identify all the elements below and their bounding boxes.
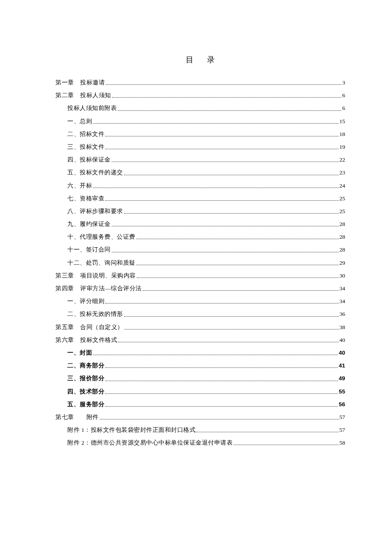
toc-entry-label: 五、服务部分 — [67, 401, 104, 408]
toc-leader-dots — [124, 213, 339, 214]
toc-entry-page: 38 — [340, 324, 346, 331]
toc-entry-page: 57 — [340, 414, 346, 421]
toc-entry-label: 四、投标保证金 — [67, 156, 111, 163]
toc-entry-label: 六、开标 — [67, 182, 92, 189]
toc-entry: 附件 1：投标文件包装袋密封件正面和封口格式57 — [55, 427, 345, 434]
toc-entry-label: 投标人须知前附表 — [67, 105, 117, 112]
toc-title: 目 录 — [55, 55, 345, 65]
toc-leader-dots — [93, 355, 338, 355]
toc-entry: 三、报价部分49 — [55, 375, 345, 382]
toc-leader-dots — [100, 419, 339, 419]
toc-entry: 投标人须知前附表6 — [55, 105, 345, 112]
toc-entry-page: 40 — [339, 350, 345, 356]
toc-entry-label: 三、报价部分 — [67, 375, 104, 382]
toc-leader-dots — [137, 278, 339, 278]
toc-entry-page: 28 — [340, 246, 346, 253]
toc-entry-label: 第五章 合同（自定义） — [55, 324, 124, 331]
toc-entry-page: 58 — [340, 439, 346, 446]
toc-entry: 六、开标24 — [55, 182, 345, 189]
toc-leader-dots — [112, 162, 339, 162]
toc-leader-dots — [112, 97, 342, 98]
toc-entry-label: 附件 2：德州市公共资源交易中心中标单位保证金退付申请表 — [67, 439, 233, 446]
document-page: 目 录 第一章 投标邀请3第二章 投标人须知6投标人须知前附表6一、总则15二、… — [0, 0, 392, 555]
toc-entry-label: 第二章 投标人须知 — [55, 92, 111, 99]
toc-entry: 二、招标文件18 — [55, 131, 345, 138]
toc-leader-dots — [136, 265, 339, 265]
toc-entry-label: 第一章 投标邀请 — [55, 79, 105, 86]
toc-entry-label: 七、资格审查 — [67, 195, 104, 202]
toc-leader-dots — [105, 393, 338, 394]
toc-entry-page: 49 — [339, 375, 345, 382]
toc-entry-label: 第四章 评审方法—综合评分法 — [55, 285, 142, 292]
toc-leader-dots — [143, 290, 339, 291]
toc-leader-dots — [105, 381, 338, 381]
toc-entry-page: 19 — [340, 144, 346, 150]
toc-entry-label: 一、总则 — [67, 118, 92, 125]
toc-leader-dots — [112, 226, 339, 226]
toc-entry-page: 34 — [340, 298, 346, 305]
toc-entry: 一、评分细则34 — [55, 298, 345, 305]
toc-leader-dots — [105, 200, 339, 201]
toc-entry-page: 30 — [340, 272, 346, 279]
toc-entry-label: 十一、签订合同 — [67, 246, 111, 253]
toc-entry-label: 第三章 项目说明、采购内容 — [55, 272, 136, 279]
toc-entry: 第五章 合同（自定义）38 — [55, 324, 345, 331]
toc-leader-dots — [105, 136, 339, 136]
toc-entry-page: 34 — [340, 285, 346, 292]
toc-entry-label: 八、评标步骤和要求 — [67, 208, 123, 215]
toc-entry-page: 3 — [342, 79, 345, 86]
toc-entry: 四、技术部分55 — [55, 388, 345, 395]
toc-entry-label: 第七章 附件 — [55, 414, 99, 421]
toc-entry: 第七章 附件57 — [55, 414, 345, 421]
toc-leader-dots — [105, 149, 339, 149]
toc-entry-label: 第六章 投标文件格式 — [55, 337, 117, 344]
toc-entry-page: 6 — [342, 105, 345, 112]
toc-leader-dots — [106, 84, 341, 85]
toc-entry-label: 附件 1：投标文件包装袋密封件正面和封口格式 — [67, 427, 196, 434]
toc-entry-label: 三、投标文件 — [67, 144, 104, 150]
toc-entry: 第六章 投标文件格式40 — [55, 337, 345, 344]
toc-entry-page: 28 — [340, 221, 346, 228]
toc-leader-dots — [105, 406, 338, 407]
toc-entry: 五、服务部分56 — [55, 401, 345, 408]
toc-leader-dots — [93, 123, 339, 124]
toc-entry: 三、投标文件19 — [55, 144, 345, 150]
toc-leader-dots — [124, 316, 339, 317]
toc-entry-label: 十、代理服务费、公证费 — [67, 234, 135, 240]
toc-entry-page: 29 — [340, 260, 346, 266]
toc-entry-page: 18 — [340, 131, 346, 138]
toc-leader-dots — [105, 367, 338, 368]
toc-entry: 四、投标保证金22 — [55, 156, 345, 163]
toc-leader-dots — [233, 445, 338, 445]
toc-entry: 十一、签订合同28 — [55, 246, 345, 253]
toc-entry: 九、履约保证金28 — [55, 221, 345, 228]
toc-entry-label: 五、投标文件的递交 — [67, 169, 123, 176]
toc-leader-dots — [112, 252, 339, 252]
toc-leader-dots — [196, 432, 338, 432]
toc-entry-page: 40 — [340, 337, 346, 344]
toc-leader-dots — [93, 188, 339, 188]
toc-entry: 第三章 项目说明、采购内容30 — [55, 272, 345, 279]
toc-entry: 第二章 投标人须知6 — [55, 92, 345, 99]
toc-leader-dots — [105, 303, 339, 304]
toc-entry-page: 56 — [339, 401, 345, 408]
toc-entry-page: 36 — [340, 311, 346, 318]
toc-entry: 十二、处罚、询问和质疑29 — [55, 260, 345, 266]
toc-entry: 附件 2：德州市公共资源交易中心中标单位保证金退付申请表58 — [55, 439, 345, 446]
toc-entry: 五、投标文件的递交23 — [55, 169, 345, 176]
toc-entry: 七、资格审查25 — [55, 195, 345, 202]
toc-entry-page: 28 — [340, 234, 346, 240]
toc-entry-label: 一、封面 — [67, 350, 92, 356]
toc-entry: 二、商务部分41 — [55, 362, 345, 369]
toc-entry: 十、代理服务费、公证费28 — [55, 234, 345, 240]
toc-leader-dots — [124, 329, 339, 330]
toc-entry-page: 57 — [340, 427, 346, 434]
toc-entry: 第四章 评审方法—综合评分法34 — [55, 285, 345, 292]
toc-entry: 一、封面40 — [55, 350, 345, 356]
toc-entry: 二、投标无效的情形36 — [55, 311, 345, 318]
toc-leader-dots — [124, 175, 339, 175]
toc-entry-page: 25 — [340, 195, 346, 202]
toc-entry-page: 24 — [340, 182, 346, 189]
toc-entry-page: 25 — [340, 208, 346, 215]
toc-entry-label: 十二、处罚、询问和质疑 — [67, 260, 135, 266]
